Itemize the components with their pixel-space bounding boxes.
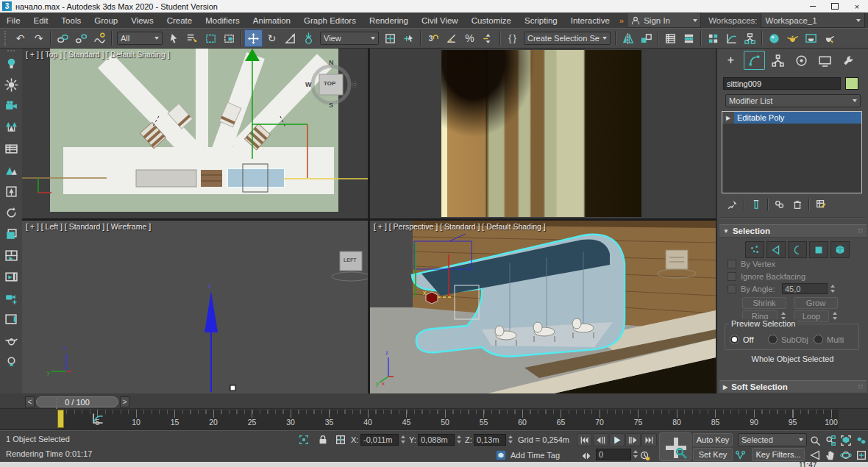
track-bar-ruler[interactable]: 5101520253035404550556065707580859095100 [59, 410, 839, 429]
menu-animation[interactable]: Animation [246, 16, 297, 25]
left-toolbar-grip[interactable] [7, 50, 15, 54]
zoom-icon[interactable] [808, 433, 822, 447]
selection-region-icon[interactable] [202, 29, 220, 47]
terrain-icon[interactable] [1, 160, 21, 181]
angle-snap-icon[interactable] [442, 29, 460, 47]
plant-icon[interactable] [1, 181, 21, 202]
ik-keys-icon[interactable] [734, 449, 747, 462]
render-production-icon[interactable] [820, 29, 839, 47]
schematic-view-icon[interactable] [741, 29, 759, 47]
orbit-icon[interactable] [839, 448, 853, 462]
viewcube-left-face[interactable]: LEFT [344, 257, 357, 263]
camera-icon[interactable] [1, 96, 21, 117]
layers-icon[interactable] [1, 224, 21, 245]
grow-button[interactable]: Grow [794, 297, 838, 309]
menu-group[interactable]: Group [88, 16, 124, 25]
menu-interactive[interactable]: Interactive [564, 16, 616, 25]
by-angle-field[interactable]: 45,0 [782, 283, 828, 294]
rendered-frame-icon[interactable] [802, 29, 820, 47]
radio-subobj[interactable] [768, 335, 778, 344]
by-angle-checkbox[interactable] [728, 285, 736, 293]
y-coordinate-field[interactable]: 0,088m [418, 434, 455, 446]
layer-explorer-icon[interactable] [680, 29, 698, 47]
lamp-icon[interactable] [1, 352, 21, 373]
scene-explorer-icon[interactable] [661, 29, 680, 47]
go-to-start-button[interactable] [577, 433, 592, 446]
menu-modifiers[interactable]: Modifiers [199, 16, 246, 25]
loop-button[interactable]: Loop [794, 310, 829, 322]
pivot-center-icon[interactable] [381, 29, 399, 47]
select-manipulate-icon[interactable] [399, 29, 418, 47]
menu-edit[interactable]: Edit [27, 16, 55, 25]
auto-key-button[interactable]: Auto Key [693, 433, 733, 446]
teapot-icon[interactable] [1, 330, 21, 352]
current-frame-field[interactable]: 0 [596, 449, 631, 460]
key-step-icon[interactable] [580, 449, 593, 463]
viewport-perspective[interactable]: x z y x [ + ] [ Perspective ] [ Standard… [370, 221, 716, 393]
x-spinner[interactable] [399, 434, 407, 445]
sun-icon[interactable] [1, 74, 21, 96]
selection-lock-icon[interactable] [316, 433, 330, 446]
menu-customize[interactable]: Customize [465, 16, 518, 25]
rollout-grip-icon[interactable]: ∷ [858, 383, 864, 391]
maximize-viewport-icon[interactable] [854, 448, 868, 462]
clip-play-icon[interactable] [1, 245, 21, 266]
named-selection-dropdown[interactable]: Create Selection Se [524, 32, 611, 45]
viewport-left-label[interactable]: [ + ] [ Left ] [ Standard ] [ Wireframe … [26, 222, 151, 231]
toolbar-grip[interactable] [4, 31, 8, 46]
menu-civil-view[interactable]: Civil View [415, 16, 465, 25]
sheet-icon[interactable] [1, 138, 21, 160]
viewport-perspective-label[interactable]: [ + ] [ Perspective ] [ Standard ] [ Def… [374, 222, 546, 231]
isolate-selection-icon[interactable] [297, 433, 310, 446]
radio-multi[interactable] [814, 335, 823, 344]
hierarchy-tab-button[interactable] [767, 51, 789, 70]
edge-icon[interactable] [766, 241, 786, 258]
select-object-icon[interactable] [165, 29, 183, 47]
menu-tools[interactable]: Tools [54, 16, 88, 25]
viewport-top-label[interactable]: [ + ] [ Top ] [ Standard ] [ Default Sha… [26, 50, 170, 59]
modifier-stack-item[interactable]: Editable Poly [734, 112, 861, 124]
menu-overflow-chevron[interactable]: » [616, 16, 627, 25]
pin-stack-icon[interactable] [725, 197, 741, 212]
curve-editor-icon[interactable] [722, 29, 741, 47]
z-coordinate-field[interactable]: 0,13m [474, 434, 506, 446]
make-unique-icon[interactable] [772, 197, 788, 212]
element-icon[interactable] [830, 241, 850, 258]
viewport-top[interactable]: [ + ] [ Top ] [ Standard ] [ Default Sha… [22, 49, 368, 218]
sign-in-button[interactable]: Sign In [627, 13, 701, 28]
menu-create[interactable]: Create [160, 16, 199, 25]
go-to-end-button[interactable] [641, 433, 657, 446]
monitor-icon[interactable] [1, 309, 21, 330]
minimize-icon[interactable] [802, 0, 824, 13]
maximize-icon[interactable] [824, 0, 846, 13]
viewport-render[interactable] [370, 49, 716, 218]
snap-3d-icon[interactable]: 3 [424, 29, 442, 47]
selection-filter-dropdown[interactable]: All [117, 32, 163, 45]
by-vertex-checkbox[interactable] [728, 260, 736, 268]
key-mode-dropdown[interactable]: Selected [738, 433, 807, 446]
ribbon-icon[interactable] [704, 29, 722, 47]
reference-coordinate-dropdown[interactable]: View [320, 32, 379, 45]
loop-icon[interactable] [1, 202, 21, 224]
move-icon[interactable] [244, 29, 263, 47]
workspaces-dropdown[interactable]: Workspace_1 [761, 13, 865, 28]
scale-icon[interactable] [281, 29, 299, 47]
z-spinner[interactable] [506, 434, 514, 445]
redo-icon[interactable]: ↷ [29, 29, 48, 47]
menu-graph-editors[interactable]: Graph Editors [297, 16, 363, 25]
key-filters-button[interactable]: Key Filters... [752, 448, 805, 461]
menu-scripting[interactable]: Scripting [518, 16, 564, 25]
preview-multi-option[interactable]: Multi [814, 335, 844, 344]
polygon-icon[interactable] [809, 241, 828, 258]
spinner-snap-icon[interactable] [479, 29, 497, 47]
utilities-tab-button[interactable] [838, 51, 859, 70]
unlink-icon[interactable] [72, 29, 90, 47]
rotate-icon[interactable]: ↻ [263, 29, 281, 47]
radio-off[interactable] [730, 335, 739, 344]
remove-modifier-icon[interactable] [789, 197, 805, 212]
by-angle-spinner[interactable] [828, 283, 836, 294]
field-of-view-icon[interactable] [808, 448, 822, 462]
menu-file[interactable]: File [0, 16, 27, 25]
time-slider[interactable]: 0 / 100 [36, 396, 118, 407]
configure-modifier-sets-icon[interactable] [813, 197, 829, 212]
